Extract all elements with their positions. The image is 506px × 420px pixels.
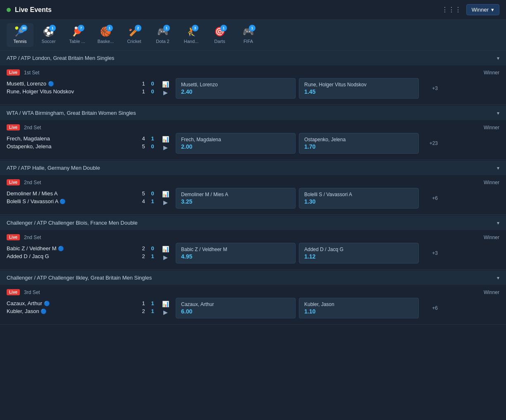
bet-button-1[interactable]: Demoliner M / Mies A 3.25 xyxy=(176,188,296,209)
live-badge: Live xyxy=(7,234,20,240)
match-container: Live 1st Set Winner Musetti, Lorenzo 🔵 1… xyxy=(0,65,506,104)
sport-item-baske---[interactable]: 🏀 1 Baske... xyxy=(92,23,119,47)
sport-label: Tennis xyxy=(14,39,27,44)
match-meta: Live 2nd Set Winner xyxy=(7,124,499,131)
live-badge: Live xyxy=(7,289,20,295)
player1-scores: 5 0 xyxy=(141,190,155,197)
group-header[interactable]: Challenger / ATP Challenger Ilkley, Grea… xyxy=(0,271,506,285)
more-bets-button[interactable]: +6 xyxy=(425,305,438,311)
bet-button-1[interactable]: Frech, Magdalena 2.00 xyxy=(176,133,296,154)
grid-icon[interactable]: ⋮⋮⋮ xyxy=(442,6,461,14)
set-label: 2nd Set xyxy=(24,235,41,240)
sport-item-darts[interactable]: 🎯 1 Darts xyxy=(206,23,233,47)
player1-score1: 2 xyxy=(141,245,146,252)
bet2-name: Rune, Holger Vitus Nodskov xyxy=(304,82,413,88)
more-bets-button[interactable]: +3 xyxy=(425,250,438,256)
bet2-name: Bolelli S / Vavassori A xyxy=(304,192,413,197)
live-badge: Live xyxy=(7,69,20,76)
bet1-name: Cazaux, Arthur xyxy=(181,301,290,307)
more-bets-button[interactable]: +3 xyxy=(425,85,438,91)
info-icon: 🔵 xyxy=(60,199,66,204)
players-section: Cazaux, Arthur 🔵 1 1 Kubler, Jason 🔵 2 1 xyxy=(7,300,155,316)
group-title: ATP / ATP Halle, Germany Men Double xyxy=(7,165,100,171)
winner-column-label: Winner xyxy=(484,70,499,76)
sport-item-hand---[interactable]: 🤾 3 Hand... xyxy=(178,23,205,47)
live-dot-icon xyxy=(7,8,11,12)
bet2-odds: 1.30 xyxy=(304,198,413,205)
bet1-odds: 2.40 xyxy=(181,88,290,95)
group-header[interactable]: Challenger / ATP Challenger Blois, Franc… xyxy=(0,216,506,230)
sport-item-cricket[interactable]: 🏏 2 Cricket xyxy=(121,23,148,47)
sport-badge: 1 xyxy=(49,25,56,31)
group-header[interactable]: WTA / WTA Birmingham, Great Britain Wome… xyxy=(0,106,506,120)
sport-badge: 30 xyxy=(21,25,27,31)
player2-score2: 1 xyxy=(150,253,155,259)
group-header[interactable]: ATP / ATP London, Great Britain Men Sing… xyxy=(0,51,506,65)
chevron-down-icon: ▾ xyxy=(497,275,499,281)
sport-item-table----[interactable]: 🏓 7 Table ... xyxy=(64,23,91,47)
stats-icon[interactable]: 📊 xyxy=(162,246,169,252)
info-icon: 🔵 xyxy=(58,246,64,252)
sport-item-fifa[interactable]: 🎮 1 FIFA xyxy=(235,23,262,47)
match-meta: Live 3rd Set Winner xyxy=(7,289,499,295)
live-badge: Live xyxy=(7,179,20,185)
group-title: WTA / WTA Birmingham, Great Britain Wome… xyxy=(7,110,136,116)
video-icon[interactable]: ▶ xyxy=(163,199,168,206)
player1-name: Cazaux, Arthur 🔵 xyxy=(7,300,135,306)
winner-column-label: Winner xyxy=(484,235,499,240)
bet1-odds: 4.95 xyxy=(181,253,290,260)
player1-score2: 0 xyxy=(150,190,155,197)
header: Live Events ⋮⋮⋮ Winner ▾ xyxy=(0,0,506,20)
more-bets-button[interactable]: +23 xyxy=(425,140,438,146)
video-icon[interactable]: ▶ xyxy=(163,309,168,316)
stats-icon[interactable]: 📊 xyxy=(162,81,169,88)
stats-icon[interactable]: 📊 xyxy=(162,136,169,142)
sport-label: Dota 2 xyxy=(156,39,169,44)
bet-button-1[interactable]: Cazaux, Arthur 6.00 xyxy=(176,298,296,318)
video-icon[interactable]: ▶ xyxy=(163,254,168,261)
bet2-name: Added D / Jacq G xyxy=(304,247,413,252)
player2-scores: 4 1 xyxy=(141,198,155,204)
group-title: Challenger / ATP Challenger Blois, Franc… xyxy=(7,220,138,226)
set-label: 2nd Set xyxy=(24,180,41,185)
sport-icon: 🎮 1 xyxy=(157,26,168,37)
bet-button-2[interactable]: Kubler, Jason 1.10 xyxy=(299,298,419,318)
match-group-0: ATP / ATP London, Great Britain Men Sing… xyxy=(0,51,506,105)
video-icon[interactable]: ▶ xyxy=(163,144,168,151)
stats-icon[interactable]: 📊 xyxy=(162,191,169,197)
sport-item-tennis[interactable]: 🎾 30 Tennis xyxy=(7,23,33,47)
bet-button-1[interactable]: Babic Z / Veldheer M 4.95 xyxy=(176,243,296,263)
player2-score2: 1 xyxy=(150,198,155,204)
player2-score1: 2 xyxy=(141,253,146,259)
bet-button-2[interactable]: Added D / Jacq G 1.12 xyxy=(299,243,419,263)
set-label: 1st Set xyxy=(24,70,39,76)
player1-row: Babic Z / Veldheer M 🔵 2 0 xyxy=(7,245,155,252)
bet-button-2[interactable]: Ostapenko, Jelena 1.70 xyxy=(299,133,419,154)
page-title: Live Events xyxy=(15,6,52,14)
bet1-name: Demoliner M / Mies A xyxy=(181,192,290,197)
player1-scores: 1 0 xyxy=(141,81,155,87)
sport-label: Hand... xyxy=(184,39,198,44)
winner-button[interactable]: Winner ▾ xyxy=(466,4,499,15)
bet-button-2[interactable]: Rune, Holger Vitus Nodskov 1.45 xyxy=(299,78,419,99)
sport-label: Table ... xyxy=(69,39,85,44)
bet2-odds: 1.45 xyxy=(304,88,413,95)
sport-badge: 1 xyxy=(163,25,170,31)
player2-score1: 4 xyxy=(141,198,146,204)
group-header[interactable]: ATP / ATP Halle, Germany Men Double ▾ xyxy=(0,161,506,175)
more-bets-button[interactable]: +6 xyxy=(425,195,438,201)
player2-scores: 2 1 xyxy=(141,308,155,314)
sport-item-soccer[interactable]: ⚽ 1 Soccer xyxy=(35,23,62,47)
stats-icon[interactable]: 📊 xyxy=(162,301,169,307)
player1-score2: 0 xyxy=(150,81,155,87)
match-meta: Live 2nd Set Winner xyxy=(7,234,499,240)
bet1-name: Musetti, Lorenzo xyxy=(181,82,290,88)
bet1-odds: 2.00 xyxy=(181,143,290,150)
sports-nav: 🎾 30 Tennis ⚽ 1 Soccer 🏓 7 Table ... 🏀 1… xyxy=(0,20,506,51)
sport-item-dota-2[interactable]: 🎮 1 Dota 2 xyxy=(149,23,176,47)
bet-button-2[interactable]: Bolelli S / Vavassori A 1.30 xyxy=(299,188,419,209)
header-right: ⋮⋮⋮ Winner ▾ xyxy=(442,4,499,15)
player2-score2: 0 xyxy=(150,88,155,95)
video-icon[interactable]: ▶ xyxy=(163,89,168,96)
bet-button-1[interactable]: Musetti, Lorenzo 2.40 xyxy=(176,78,296,99)
